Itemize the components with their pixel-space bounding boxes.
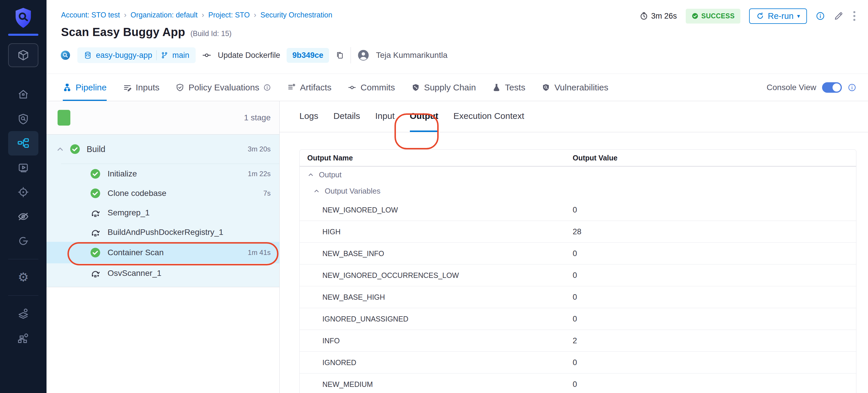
clock-icon xyxy=(640,11,648,20)
breadcrumb-separator: › xyxy=(202,10,204,20)
tab-commits[interactable]: Commits xyxy=(348,74,395,101)
policy-shield-icon xyxy=(176,83,184,92)
header-actions: 3m 26s SUCCESS Re-run ▾ xyxy=(640,7,856,25)
breadcrumb: Account: STO test › Organization: defaul… xyxy=(61,10,332,20)
module-selector-button[interactable] xyxy=(8,43,38,67)
vulnerabilities-shield-icon xyxy=(541,83,550,92)
commit-icon xyxy=(202,51,211,60)
table-row: NEW_IGNORED_OCCURRENCES_LOW 0 xyxy=(300,265,856,286)
gear-icon: ⚙ xyxy=(18,271,29,283)
success-check-icon xyxy=(90,188,100,199)
step-row-build-and-push-docker-registry[interactable]: BuildAndPushDockerRegistry_1 xyxy=(46,222,279,242)
stage-count-label: 1 stage xyxy=(244,113,271,122)
stage-row-build[interactable]: Build 3m 20s xyxy=(46,134,279,164)
table-row: NEW_BASE_HIGH 0 xyxy=(300,286,856,308)
tab-details[interactable]: Details xyxy=(334,101,360,132)
step-detail-panel: Logs Details Input Output Execution Cont… xyxy=(280,101,868,393)
step-row-initialize[interactable]: Initialize 1m 22s xyxy=(46,164,279,183)
avatar xyxy=(357,49,369,61)
home-icon xyxy=(17,88,29,100)
ci-module-icon xyxy=(60,50,71,61)
table-row: INFO 2 xyxy=(300,330,856,352)
tab-output[interactable]: Output xyxy=(410,101,438,132)
breadcrumb-project-link[interactable]: Project: STO xyxy=(208,11,250,19)
group-row-output-variables[interactable]: Output Variables xyxy=(300,183,856,199)
tab-supply-chain[interactable]: Supply Chain xyxy=(411,74,476,101)
tab-inputs[interactable]: Inputs xyxy=(123,74,160,101)
sidebar-item-account-settings[interactable] xyxy=(8,326,38,350)
tab-policy-evaluations[interactable]: Policy Evaluations xyxy=(176,74,271,101)
artifacts-icon xyxy=(287,83,296,92)
table-row: HIGH 28 xyxy=(300,221,856,242)
copy-icon[interactable] xyxy=(336,51,344,60)
group-row-output[interactable]: Output xyxy=(300,167,856,183)
sidebar-item-overview[interactable] xyxy=(8,107,38,131)
tab-artifacts[interactable]: Artifacts xyxy=(287,74,331,101)
policy-info-icon[interactable] xyxy=(264,84,271,91)
page-title: Scan Easy Buggy App xyxy=(61,26,185,39)
queued-step-icon xyxy=(90,268,100,278)
tab-vulnerabilities[interactable]: Vulnerabilities xyxy=(541,74,609,101)
console-info-icon[interactable] xyxy=(848,83,856,92)
sidebar-divider xyxy=(8,259,38,259)
collapse-chevron-icon xyxy=(307,171,314,178)
module-cube-icon xyxy=(17,49,30,62)
tab-execution-context[interactable]: Execution Context xyxy=(454,101,524,132)
sidebar-item-exemptions[interactable] xyxy=(8,204,38,229)
network-gear-icon xyxy=(17,332,30,344)
console-view-toggle[interactable] xyxy=(822,82,842,93)
sidebar-item-project-settings[interactable]: ⚙ xyxy=(8,265,38,290)
sidebar-item-org-settings[interactable] xyxy=(8,301,38,326)
step-row-osv-scanner[interactable]: OsvScanner_1 xyxy=(46,263,279,283)
tab-logs[interactable]: Logs xyxy=(300,101,318,132)
info-icon[interactable] xyxy=(816,11,825,21)
eye-off-icon xyxy=(17,210,30,223)
sidebar-item-home[interactable] xyxy=(8,82,38,107)
column-output-name: Output Name xyxy=(300,154,573,162)
output-variables-table: Output Name Output Value Output Output V… xyxy=(300,149,856,393)
step-row-semgrep[interactable]: Semgrep_1 xyxy=(46,203,279,222)
refresh-icon xyxy=(756,12,764,20)
tab-tests[interactable]: Tests xyxy=(492,74,525,101)
sidebar-item-pipelines[interactable] xyxy=(8,131,38,155)
tab-input[interactable]: Input xyxy=(375,101,395,132)
branch-name-link[interactable]: main xyxy=(173,51,189,60)
stage-panel-header: 1 stage xyxy=(46,101,279,134)
breadcrumb-separator: › xyxy=(124,10,126,20)
sidebar-item-targets[interactable] xyxy=(8,180,38,204)
breadcrumb-org-link[interactable]: Organization: default xyxy=(130,11,198,19)
app-window: ⚙ Account: STO test › Organization: defa… xyxy=(0,0,868,393)
meta-divider xyxy=(350,47,351,63)
step-detail-tabs: Logs Details Input Output Execution Cont… xyxy=(280,101,868,132)
left-nav-sidebar: ⚙ xyxy=(0,0,46,393)
shield-search-icon xyxy=(17,113,29,125)
repo-branch-pill: easy-buggy-app main xyxy=(77,48,196,63)
layers-gear-icon xyxy=(17,307,30,320)
success-check-icon xyxy=(691,12,699,20)
success-check-icon xyxy=(90,247,100,258)
breadcrumb-separator: › xyxy=(254,10,256,20)
tab-pipeline[interactable]: Pipeline xyxy=(63,74,107,101)
target-icon xyxy=(17,186,29,198)
git-branch-icon xyxy=(161,51,168,59)
nav-accent-bar xyxy=(8,34,38,36)
collapse-chevron-icon[interactable] xyxy=(56,145,65,153)
step-row-container-scan[interactable]: Container Scan 1m 41s xyxy=(46,242,279,263)
rerun-button[interactable]: Re-run ▾ xyxy=(749,8,807,24)
sidebar-item-getting-started[interactable] xyxy=(8,229,38,253)
edit-pencil-icon[interactable] xyxy=(834,11,844,21)
more-options-icon[interactable] xyxy=(852,10,856,22)
repo-name-link[interactable]: easy-buggy-app xyxy=(96,51,152,60)
success-check-icon xyxy=(90,169,100,179)
breadcrumb-account-link[interactable]: Account: STO test xyxy=(61,11,120,19)
stage-status-chip[interactable] xyxy=(58,110,70,126)
step-row-clone-codebase[interactable]: Clone codebase 7s xyxy=(46,183,279,203)
commit-sha-link[interactable]: 9b349ce xyxy=(287,48,329,63)
stage-build-section: Build 3m 20s Initialize 1m 22s xyxy=(46,134,279,287)
breadcrumb-module-link[interactable]: Security Orchestration xyxy=(260,11,332,19)
stage-execution-panel: 1 stage Build 3m 20s xyxy=(46,101,280,393)
sto-shield-logo xyxy=(13,7,33,29)
build-duration: 3m 26s xyxy=(640,11,677,21)
sidebar-item-executions[interactable] xyxy=(8,155,38,180)
rerun-dropdown-caret[interactable]: ▾ xyxy=(797,12,800,20)
